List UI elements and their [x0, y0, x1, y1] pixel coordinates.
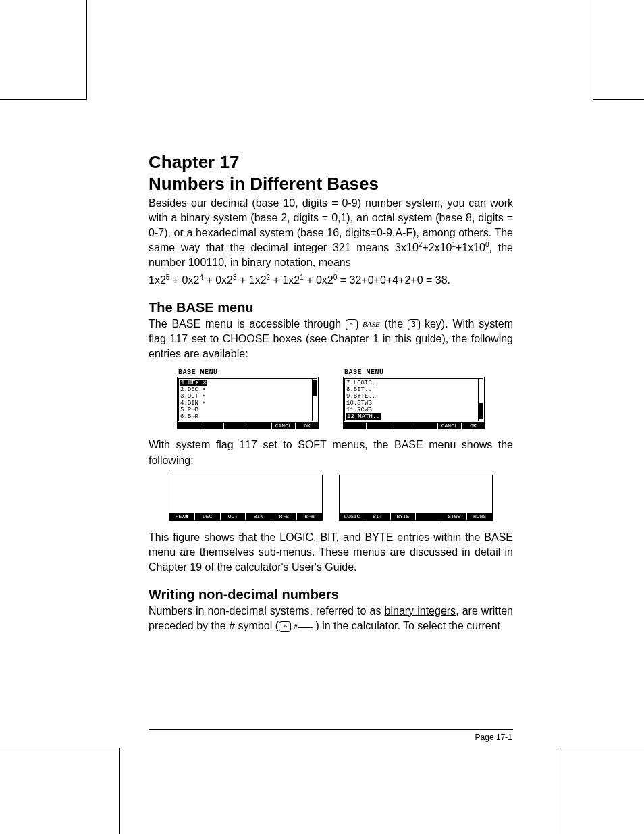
- softkey-byte: BYTE: [391, 513, 417, 520]
- list-item: 11.RCWS: [346, 407, 372, 413]
- softkey-cancel: CANCL: [438, 423, 462, 429]
- list-item: 8.BIT..: [346, 386, 372, 393]
- softkey-logic: LOGIC: [340, 513, 365, 520]
- key-3-icon: 3: [408, 319, 420, 330]
- text: The BASE menu is accessible through: [149, 318, 346, 330]
- softkey: [177, 423, 200, 429]
- choose-list: 7.LOGIC.. 8.BIT.. 9.BYTE.. 10.STWS 11.RC…: [345, 379, 478, 421]
- softkey-cancel: CANCL: [272, 423, 296, 429]
- softkey-btor: B→R: [297, 513, 322, 520]
- list-item: 10.STWS: [346, 400, 372, 407]
- softkey-rtob: R→B: [271, 513, 297, 520]
- text: + 0x2: [304, 274, 333, 286]
- crop-mark: [560, 748, 644, 748]
- base-menu-paragraph-2: With system flag 117 set to SOFT menus, …: [149, 438, 513, 467]
- scrollbar: [313, 378, 317, 421]
- soft-menu-left: HEX■ DEC OCT BIN R→B B→R: [169, 475, 323, 521]
- softkey-bin: BIN: [246, 513, 271, 520]
- list-item: 5.R→B: [180, 407, 198, 413]
- crop-mark: [0, 748, 120, 748]
- softkey-hex: HEX■: [169, 513, 195, 520]
- hash-key-label: #: [294, 622, 298, 630]
- base-menu-paragraph-1: The BASE menu is accessible through ↷ BA…: [149, 317, 513, 361]
- text: (the: [385, 318, 408, 330]
- softkey: [343, 423, 367, 429]
- softkey-row: CANCL OK: [343, 423, 485, 429]
- chapter-number: Chapter 17: [149, 153, 513, 173]
- list-item: 3.OCT ×: [180, 393, 206, 400]
- choose-box-title: BASE MENU: [177, 368, 319, 377]
- binary-equation: 1x25 + 0x24 + 0x23 + 1x22 + 1x21 + 0x20 …: [149, 273, 513, 288]
- text: 1x2: [149, 274, 166, 286]
- underlined-term: binary integers: [385, 605, 456, 617]
- choose-box-figures: BASE MENU 1.HEX × 2.DEC × 3.OCT × 4.BIN …: [149, 368, 513, 429]
- softkey-bit: BIT: [365, 513, 391, 520]
- crop-mark: [119, 748, 120, 834]
- crop-mark: [560, 748, 560, 834]
- base-menu-paragraph-3: This figure shows that the LOGIC, BIT, a…: [149, 530, 513, 575]
- soft-menu-figures: HEX■ DEC OCT BIN R→B B→R LOGIC BIT BYTE …: [149, 475, 513, 521]
- softkey-ok: OK: [296, 423, 319, 429]
- softkey-rcws: RCWS: [467, 513, 492, 520]
- section-heading-base-menu: The BASE menu: [149, 300, 513, 315]
- writing-paragraph-1: Numbers in non-decimal systems, referred…: [149, 604, 513, 633]
- softkey-ok: OK: [462, 423, 485, 429]
- softkey-stws: STWS: [441, 513, 467, 520]
- blank-line: [298, 627, 313, 628]
- softkey: [224, 423, 248, 429]
- choose-box-left: BASE MENU 1.HEX × 2.DEC × 3.OCT × 4.BIN …: [177, 368, 319, 429]
- footer-rule: [149, 729, 513, 730]
- softkey: [367, 423, 390, 429]
- list-item: 4.BIN ×: [180, 400, 206, 407]
- base-key-label: BASE: [363, 320, 380, 328]
- chapter-title: Numbers in Different Bases: [149, 174, 513, 194]
- crop-mark: [0, 99, 87, 100]
- soft-menu-right: LOGIC BIT BYTE STWS RCWS: [339, 475, 493, 521]
- list-item: 12.MATH..: [346, 413, 381, 420]
- text: +2x10: [422, 242, 452, 253]
- text: + 0x2: [203, 274, 233, 286]
- text: + 1x2: [270, 274, 300, 286]
- right-shift-key-icon: ↷: [346, 319, 358, 330]
- list-item: 2.DEC ×: [180, 386, 206, 393]
- list-item: 6.B→R: [180, 413, 198, 420]
- text: +1x10: [456, 242, 485, 253]
- softkey: [390, 423, 414, 429]
- scrollbar: [479, 378, 483, 421]
- text: Numbers in non-decimal systems, referred…: [149, 605, 385, 617]
- list-item: 7.LOGIC..: [346, 380, 379, 386]
- crop-mark: [593, 0, 593, 100]
- softkey-oct: OCT: [221, 513, 246, 520]
- softkey: [200, 423, 224, 429]
- softkey: [414, 423, 438, 429]
- crop-mark: [86, 0, 87, 100]
- choose-box-title: BASE MENU: [343, 368, 485, 377]
- page-number: Page 17-1: [475, 733, 512, 742]
- section-heading-writing: Writing non-decimal numbers: [149, 587, 513, 602]
- text: ) in the calculator. To select the curre…: [313, 620, 500, 631]
- list-item: 9.BYTE..: [346, 393, 375, 400]
- choose-list: 1.HEX × 2.DEC × 3.OCT × 4.BIN × 5.R→B 6.…: [179, 379, 312, 421]
- left-shift-key-icon: ↶: [279, 621, 291, 632]
- text: + 1x2: [237, 274, 267, 286]
- text: = 32+0+0+4+2+0 = 38.: [337, 274, 450, 286]
- list-item: 1.HEX ×: [180, 380, 207, 386]
- crop-mark: [593, 99, 644, 100]
- softkey-dec: DEC: [195, 513, 221, 520]
- intro-paragraph: Besides our decimal (base 10, digits = 0…: [149, 196, 513, 270]
- choose-box-right: BASE MENU 7.LOGIC.. 8.BIT.. 9.BYTE.. 10.…: [343, 368, 485, 429]
- text: + 0x2: [169, 274, 199, 286]
- softkey-row: CANCL OK: [177, 423, 319, 429]
- softkey-blank: [416, 513, 441, 520]
- softkey: [248, 423, 272, 429]
